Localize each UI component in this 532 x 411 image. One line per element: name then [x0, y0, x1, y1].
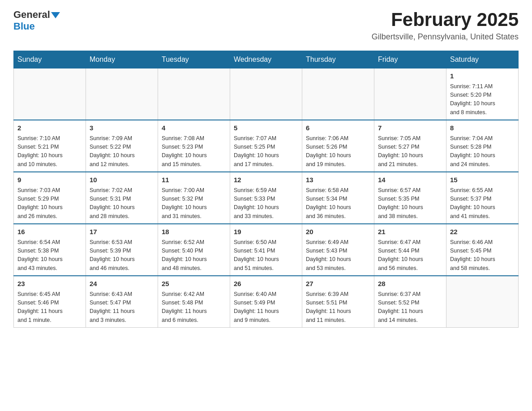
day-number: 19 — [234, 227, 298, 237]
calendar-cell: 14Sunrise: 6:57 AM Sunset: 5:35 PM Dayli… — [374, 172, 446, 224]
calendar-cell: 13Sunrise: 6:58 AM Sunset: 5:34 PM Dayli… — [302, 172, 374, 224]
calendar-cell: 16Sunrise: 6:54 AM Sunset: 5:38 PM Dayli… — [14, 224, 86, 276]
calendar-cell: 23Sunrise: 6:45 AM Sunset: 5:46 PM Dayli… — [14, 276, 86, 328]
day-number: 17 — [90, 227, 154, 237]
day-info: Sunrise: 6:46 AM Sunset: 5:45 PM Dayligh… — [450, 238, 515, 273]
day-number: 5 — [234, 123, 298, 133]
calendar-cell: 2Sunrise: 7:10 AM Sunset: 5:21 PM Daylig… — [14, 120, 86, 172]
day-number: 21 — [378, 227, 442, 237]
calendar-cell: 25Sunrise: 6:42 AM Sunset: 5:48 PM Dayli… — [158, 276, 230, 328]
calendar-cell: 7Sunrise: 7:05 AM Sunset: 5:27 PM Daylig… — [374, 120, 446, 172]
day-number: 6 — [306, 123, 370, 133]
day-number: 16 — [17, 227, 82, 237]
day-info: Sunrise: 7:05 AM Sunset: 5:27 PM Dayligh… — [378, 134, 442, 169]
day-number: 13 — [306, 175, 370, 185]
column-header-tuesday: Tuesday — [158, 51, 230, 68]
calendar-cell — [14, 68, 86, 120]
day-info: Sunrise: 6:59 AM Sunset: 5:33 PM Dayligh… — [234, 186, 298, 221]
calendar-cell: 28Sunrise: 6:37 AM Sunset: 5:52 PM Dayli… — [374, 276, 446, 328]
calendar-cell: 26Sunrise: 6:40 AM Sunset: 5:49 PM Dayli… — [230, 276, 302, 328]
calendar-week-3: 9Sunrise: 7:03 AM Sunset: 5:29 PM Daylig… — [14, 172, 519, 224]
day-info: Sunrise: 6:40 AM Sunset: 5:49 PM Dayligh… — [234, 290, 298, 325]
day-info: Sunrise: 6:42 AM Sunset: 5:48 PM Dayligh… — [162, 290, 226, 325]
day-number: 24 — [90, 279, 154, 289]
day-info: Sunrise: 7:11 AM Sunset: 5:20 PM Dayligh… — [450, 82, 515, 117]
day-number: 7 — [378, 123, 442, 133]
calendar-cell — [446, 276, 519, 328]
calendar-cell: 24Sunrise: 6:43 AM Sunset: 5:47 PM Dayli… — [86, 276, 158, 328]
day-info: Sunrise: 6:52 AM Sunset: 5:40 PM Dayligh… — [162, 238, 226, 273]
day-number: 28 — [378, 279, 442, 289]
logo: General Blue — [13, 9, 60, 32]
calendar-cell: 22Sunrise: 6:46 AM Sunset: 5:45 PM Dayli… — [446, 224, 519, 276]
logo-line2: Blue — [13, 21, 35, 32]
day-info: Sunrise: 6:37 AM Sunset: 5:52 PM Dayligh… — [378, 290, 442, 325]
day-number: 18 — [162, 227, 226, 237]
day-info: Sunrise: 6:47 AM Sunset: 5:44 PM Dayligh… — [378, 238, 442, 273]
day-number: 20 — [306, 227, 370, 237]
day-number: 3 — [90, 123, 154, 133]
day-info: Sunrise: 6:39 AM Sunset: 5:51 PM Dayligh… — [306, 290, 370, 325]
calendar-cell: 12Sunrise: 6:59 AM Sunset: 5:33 PM Dayli… — [230, 172, 302, 224]
day-info: Sunrise: 6:50 AM Sunset: 5:41 PM Dayligh… — [234, 238, 298, 273]
day-info: Sunrise: 6:58 AM Sunset: 5:34 PM Dayligh… — [306, 186, 370, 221]
calendar-cell: 17Sunrise: 6:53 AM Sunset: 5:39 PM Dayli… — [86, 224, 158, 276]
day-info: Sunrise: 6:57 AM Sunset: 5:35 PM Dayligh… — [378, 186, 442, 221]
day-info: Sunrise: 6:55 AM Sunset: 5:37 PM Dayligh… — [450, 186, 515, 221]
day-number: 27 — [306, 279, 370, 289]
calendar-cell: 11Sunrise: 7:00 AM Sunset: 5:32 PM Dayli… — [158, 172, 230, 224]
day-number: 15 — [450, 175, 515, 185]
calendar-header-row: SundayMondayTuesdayWednesdayThursdayFrid… — [14, 51, 519, 68]
calendar-cell: 6Sunrise: 7:06 AM Sunset: 5:26 PM Daylig… — [302, 120, 374, 172]
day-number: 1 — [450, 71, 515, 81]
day-info: Sunrise: 7:00 AM Sunset: 5:32 PM Dayligh… — [162, 186, 226, 221]
logo-blue-text: Blue — [13, 21, 35, 32]
calendar-cell: 21Sunrise: 6:47 AM Sunset: 5:44 PM Dayli… — [374, 224, 446, 276]
page-header: General Blue February 2025 Gilbertsville… — [13, 9, 519, 42]
title-area: February 2025 Gilbertsville, Pennsylvani… — [372, 9, 519, 42]
calendar-cell: 10Sunrise: 7:02 AM Sunset: 5:31 PM Dayli… — [86, 172, 158, 224]
calendar-table: SundayMondayTuesdayWednesdayThursdayFrid… — [13, 51, 519, 328]
day-number: 8 — [450, 123, 515, 133]
calendar-cell — [374, 68, 446, 120]
logo-line1: General — [13, 9, 60, 21]
location-subtitle: Gilbertsville, Pennsylvania, United Stat… — [372, 32, 519, 42]
calendar-week-5: 23Sunrise: 6:45 AM Sunset: 5:46 PM Dayli… — [14, 276, 519, 328]
day-info: Sunrise: 6:53 AM Sunset: 5:39 PM Dayligh… — [90, 238, 154, 273]
day-info: Sunrise: 6:54 AM Sunset: 5:38 PM Dayligh… — [17, 238, 82, 273]
calendar-week-2: 2Sunrise: 7:10 AM Sunset: 5:21 PM Daylig… — [14, 120, 519, 172]
calendar-body: 1Sunrise: 7:11 AM Sunset: 5:20 PM Daylig… — [14, 68, 519, 328]
day-number: 25 — [162, 279, 226, 289]
calendar-cell — [230, 68, 302, 120]
logo-triangle-icon — [51, 12, 60, 18]
calendar-cell: 8Sunrise: 7:04 AM Sunset: 5:28 PM Daylig… — [446, 120, 519, 172]
calendar-week-1: 1Sunrise: 7:11 AM Sunset: 5:20 PM Daylig… — [14, 68, 519, 120]
day-info: Sunrise: 7:03 AM Sunset: 5:29 PM Dayligh… — [17, 186, 82, 221]
calendar-cell — [158, 68, 230, 120]
calendar-cell: 9Sunrise: 7:03 AM Sunset: 5:29 PM Daylig… — [14, 172, 86, 224]
day-info: Sunrise: 7:09 AM Sunset: 5:22 PM Dayligh… — [90, 134, 154, 169]
column-header-sunday: Sunday — [14, 51, 86, 68]
calendar-cell: 27Sunrise: 6:39 AM Sunset: 5:51 PM Dayli… — [302, 276, 374, 328]
day-info: Sunrise: 6:43 AM Sunset: 5:47 PM Dayligh… — [90, 290, 154, 325]
day-number: 23 — [17, 279, 82, 289]
column-header-monday: Monday — [86, 51, 158, 68]
calendar-header: SundayMondayTuesdayWednesdayThursdayFrid… — [14, 51, 519, 68]
month-title: February 2025 — [372, 9, 519, 30]
calendar-cell: 5Sunrise: 7:07 AM Sunset: 5:25 PM Daylig… — [230, 120, 302, 172]
calendar-cell: 1Sunrise: 7:11 AM Sunset: 5:20 PM Daylig… — [446, 68, 519, 120]
day-info: Sunrise: 7:08 AM Sunset: 5:23 PM Dayligh… — [162, 134, 226, 169]
day-number: 14 — [378, 175, 442, 185]
column-header-saturday: Saturday — [446, 51, 519, 68]
column-header-thursday: Thursday — [302, 51, 374, 68]
day-number: 10 — [90, 175, 154, 185]
calendar-cell: 4Sunrise: 7:08 AM Sunset: 5:23 PM Daylig… — [158, 120, 230, 172]
calendar-cell: 3Sunrise: 7:09 AM Sunset: 5:22 PM Daylig… — [86, 120, 158, 172]
day-info: Sunrise: 7:02 AM Sunset: 5:31 PM Dayligh… — [90, 186, 154, 221]
day-info: Sunrise: 7:07 AM Sunset: 5:25 PM Dayligh… — [234, 134, 298, 169]
calendar-cell — [302, 68, 374, 120]
calendar-cell: 15Sunrise: 6:55 AM Sunset: 5:37 PM Dayli… — [446, 172, 519, 224]
day-number: 26 — [234, 279, 298, 289]
day-number: 9 — [17, 175, 82, 185]
calendar-cell: 18Sunrise: 6:52 AM Sunset: 5:40 PM Dayli… — [158, 224, 230, 276]
